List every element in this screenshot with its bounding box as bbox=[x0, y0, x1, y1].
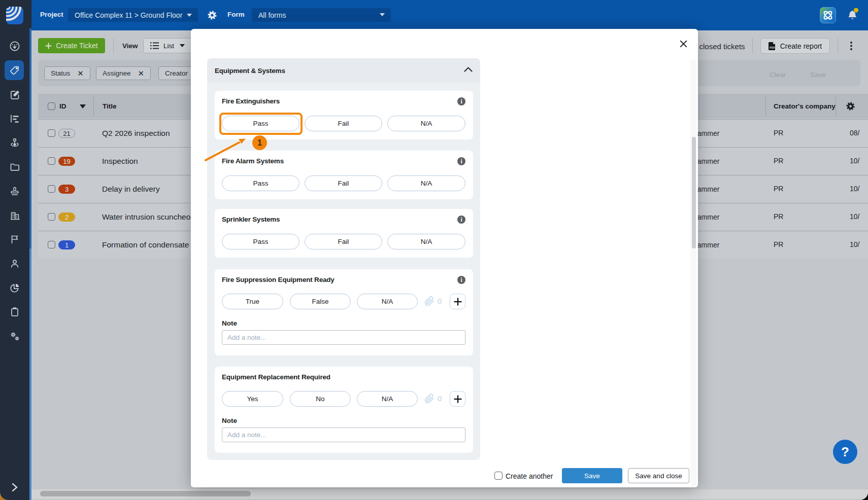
svg-text:PDF: PDF bbox=[770, 46, 776, 49]
